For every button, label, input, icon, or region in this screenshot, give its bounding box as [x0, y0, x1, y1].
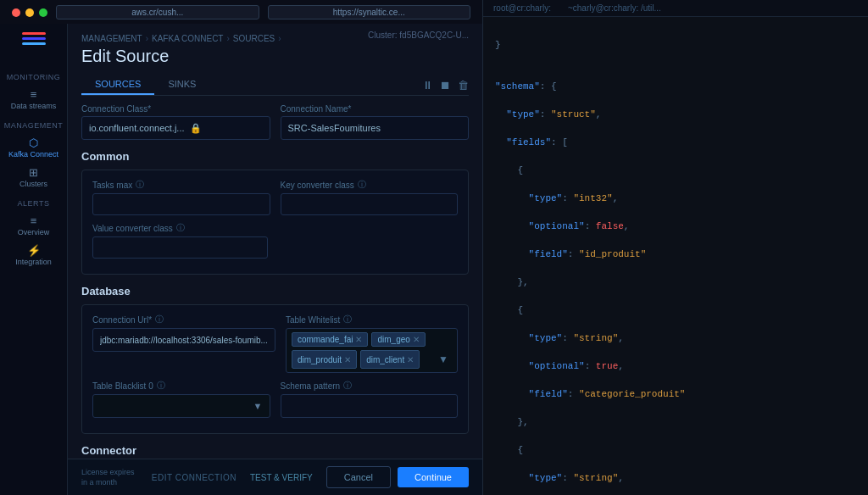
db-row-1: Connection Url* ⓘ jdbc:mariadb://localho…: [92, 314, 458, 373]
connection-name-value: SRC-SalesFoumitures: [288, 123, 381, 133]
json-header: root@cr:charly: ~charly@cr:charly: /util…: [483, 0, 868, 17]
tag-commande-fai: commande_fai ✕: [292, 332, 369, 347]
db-row-2: Table Blacklist 0 ⓘ ▼ Schema pattern ⓘ: [92, 380, 458, 418]
pause-icon[interactable]: ⏸: [422, 79, 433, 92]
tab-bar: SOURCES SINKS ⏸ ⏹ 🗑: [81, 75, 469, 96]
value-converter-field: Value converter class ⓘ: [92, 222, 268, 259]
blacklist-dropdown-arrow: ▼: [253, 401, 263, 411]
sidebar-item-label: Kafka Connect: [8, 150, 58, 159]
form-action-bar: ⏸ ⏹ 🗑: [422, 75, 469, 95]
key-converter-field: Key converter class ⓘ: [281, 179, 459, 215]
connection-name-input[interactable]: SRC-SalesFoumitures: [281, 116, 470, 140]
test-verify-button[interactable]: TEST & VERIFY: [243, 470, 320, 486]
table-blacklist-label: Table Blacklist 0 ⓘ: [92, 380, 270, 392]
license-line2: in a month: [81, 478, 135, 487]
connector-section-header: Connector: [81, 444, 469, 457]
integration-icon: ⚡: [27, 245, 41, 256]
lock-icon: 🔒: [190, 123, 202, 134]
json-panel: root@cr:charly: ~charly@cr:charly: /util…: [483, 0, 868, 495]
tasks-max-input[interactable]: [92, 193, 270, 215]
minimize-dot: [25, 8, 34, 17]
schema-pattern-label: Schema pattern ⓘ: [281, 380, 459, 392]
key-converter-label: Key converter class ⓘ: [281, 179, 459, 191]
key-converter-input[interactable]: [281, 193, 459, 215]
sidebar-item-data-streams[interactable]: ≡ Data streams: [0, 85, 67, 114]
database-section: Connection Url* ⓘ jdbc:mariadb://localho…: [81, 304, 469, 434]
tag-close-commande-fai[interactable]: ✕: [355, 335, 362, 344]
tab-sources[interactable]: SOURCES: [81, 75, 154, 95]
key-converter-info-icon[interactable]: ⓘ: [358, 179, 366, 191]
alerts-section-label: ALERTS: [0, 199, 67, 208]
cancel-button[interactable]: Cancel: [326, 466, 391, 488]
connection-url-info-icon[interactable]: ⓘ: [155, 314, 164, 325]
connection-class-input[interactable]: io.confluent.connect.j... 🔒: [81, 116, 270, 140]
schema-pattern-field: Schema pattern ⓘ: [281, 380, 459, 418]
sidebar-item-label: Data streams: [11, 102, 57, 110]
connection-url-input[interactable]: jdbc:mariadb://localhost:3306/sales-foum…: [92, 328, 275, 352]
connection-url-label: Connection Url* ⓘ: [92, 314, 275, 325]
sidebar-item-overview[interactable]: ≡ Overview: [0, 211, 67, 241]
table-whitelist-info-icon[interactable]: ⓘ: [343, 314, 352, 325]
json-header-left: root@cr:charly:: [493, 3, 551, 13]
connection-name-field: Connection Name* SRC-SalesFoumitures: [281, 104, 470, 140]
sidebar-item-label: Overview: [18, 228, 50, 236]
connection-name-label: Connection Name*: [281, 104, 470, 114]
connection-url-value: jdbc:mariadb://localhost:3306/sales-foum…: [100, 336, 268, 345]
common-section-header: Common: [81, 150, 469, 163]
tag-close-dim-produit[interactable]: ✕: [344, 355, 351, 364]
json-header-right: ~charly@cr:charly: /util...: [568, 3, 661, 13]
sidebar-item-clusters[interactable]: ⊞ Clusters: [0, 163, 67, 192]
table-blacklist-info-icon[interactable]: ⓘ: [157, 380, 165, 392]
close-dot: [12, 8, 20, 17]
tasks-max-label: Tasks max ⓘ: [92, 179, 270, 191]
table-whitelist-label: Table Whitelist ⓘ: [286, 314, 458, 325]
logo-line-red: [22, 32, 46, 35]
connection-class-label: Connection Class*: [81, 104, 270, 114]
monitoring-section-label: MONITORING: [0, 73, 67, 81]
database-section-header: Database: [81, 285, 469, 298]
tab-sinks[interactable]: SINKS: [154, 75, 209, 95]
connection-class-field: Connection Class* io.confluent.connect.j…: [81, 104, 270, 140]
tag-close-dim-geo[interactable]: ✕: [413, 335, 420, 344]
overview-icon: ≡: [31, 215, 37, 226]
delete-icon[interactable]: 🗑: [458, 79, 469, 92]
whitelist-dropdown-arrow[interactable]: ▼: [435, 350, 452, 369]
page-title: Edit Source: [81, 47, 469, 66]
schema-pattern-info-icon[interactable]: ⓘ: [343, 380, 352, 392]
browser-tab-1[interactable]: aws.cr/cush...: [56, 5, 259, 19]
browser-tab-bar: aws.cr/cush... https://synaltic.ce...: [0, 0, 482, 25]
sidebar-item-integration[interactable]: ⚡ Integration: [0, 241, 67, 270]
value-converter-label: Value converter class ⓘ: [92, 222, 268, 234]
table-blacklist-field: Table Blacklist 0 ⓘ ▼: [92, 380, 270, 418]
edit-connection-label[interactable]: EDIT CONNECTION: [152, 473, 236, 482]
tag-close-dim-client[interactable]: ✕: [407, 355, 414, 364]
sidebar-item-kafka-connect[interactable]: ⬡ Kafka Connect: [0, 133, 67, 163]
logo-line-cyan: [22, 42, 46, 45]
browser-controls: [12, 8, 47, 17]
table-blacklist-select[interactable]: ▼: [92, 394, 270, 418]
management-section-label: MANAGEMENT: [0, 121, 67, 130]
json-content: } "schema": { "type": "struct", "fields"…: [483, 17, 868, 493]
sidebar-item-label: Clusters: [19, 180, 47, 188]
sidebar: MONITORING ≡ Data streams MANAGEMENT ⬡ K…: [0, 24, 68, 495]
common-row-2: Value converter class ⓘ: [92, 222, 458, 259]
cluster-badge: Cluster: fd5BGACQ2C-U...: [368, 31, 469, 40]
continue-button[interactable]: Continue: [398, 467, 469, 487]
connection-row: Connection Class* io.confluent.connect.j…: [81, 104, 469, 140]
bottom-actions: EDIT CONNECTION TEST & VERIFY Cancel Con…: [152, 466, 469, 488]
browser-tab-2[interactable]: https://synaltic.ce...: [268, 5, 471, 19]
kafka-connect-icon: ⬡: [29, 137, 38, 148]
tag-dim-produit: dim_produit ✕: [292, 350, 357, 369]
common-row-1: Tasks max ⓘ Key converter class ⓘ: [92, 179, 458, 215]
schema-pattern-input[interactable]: [281, 394, 459, 418]
app-logo: [20, 32, 47, 53]
stop-icon[interactable]: ⏹: [440, 79, 451, 92]
tasks-max-info-icon[interactable]: ⓘ: [136, 179, 144, 191]
bottom-bar: License expires in a month EDIT CONNECTI…: [68, 459, 482, 495]
common-section: Tasks max ⓘ Key converter class ⓘ Va: [81, 170, 469, 275]
value-converter-input[interactable]: [92, 236, 268, 259]
value-converter-info-icon[interactable]: ⓘ: [176, 222, 185, 234]
table-whitelist-input[interactable]: commande_fai ✕ dim_geo ✕ dim_produit ✕: [286, 328, 458, 373]
tag-dim-geo: dim_geo ✕: [371, 332, 425, 347]
tag-dim-client: dim_client ✕: [360, 350, 420, 369]
